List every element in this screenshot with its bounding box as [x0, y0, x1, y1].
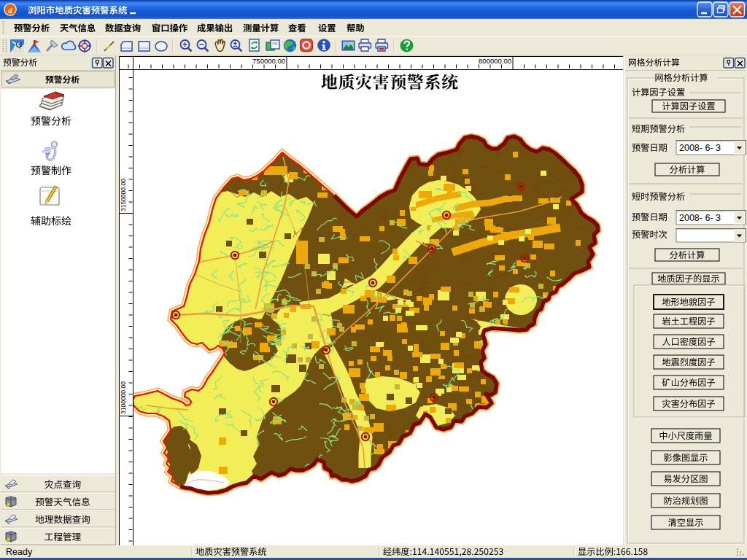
svg-text:d: d: [8, 6, 12, 15]
svg-text:Ready: Ready: [6, 547, 33, 557]
svg-text:750000.00: 750000.00: [252, 57, 285, 65]
svg-text:2008- 6- 3: 2008- 6- 3: [679, 143, 721, 153]
svg-text:3150000.00: 3150000.00: [120, 179, 127, 211]
svg-text:800000.00: 800000.00: [479, 57, 511, 65]
svg-text:3100000.00: 3100000.00: [120, 381, 127, 414]
svg-text:2008- 6- 3: 2008- 6- 3: [679, 213, 721, 223]
